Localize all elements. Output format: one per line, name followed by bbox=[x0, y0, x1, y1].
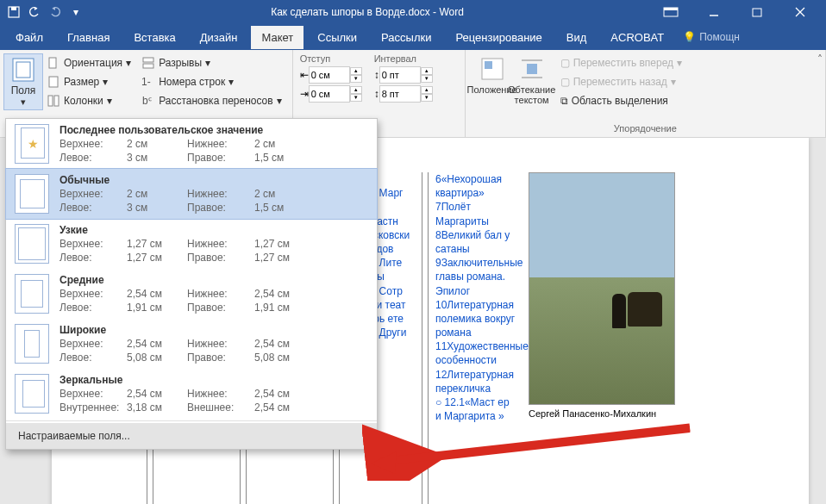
wrap-button[interactable]: Обтекание текстом bbox=[512, 53, 552, 110]
redo-icon[interactable] bbox=[47, 3, 64, 21]
tab-design[interactable]: Дизайн bbox=[190, 26, 248, 49]
bulb-icon: 💡 bbox=[683, 31, 696, 43]
window-title: Как сделать шпоры в Ворде.docx - Word bbox=[90, 6, 645, 18]
doc-image: Сергей Панасенко-Михалкин bbox=[523, 138, 679, 504]
margins-narrow[interactable]: Узкие Верхнее:1,27 смНижнее:1,27 см Лево… bbox=[6, 219, 377, 269]
spacing-after[interactable]: ↕▲▼ bbox=[374, 84, 433, 103]
svg-rect-12 bbox=[48, 96, 53, 106]
save-icon[interactable] bbox=[5, 3, 22, 21]
indent-right[interactable]: ⇥▲▼ bbox=[300, 84, 362, 103]
collapse-ribbon-icon[interactable]: ˄ bbox=[817, 53, 823, 65]
svg-rect-3 bbox=[664, 8, 678, 10]
tab-review[interactable]: Рецензирование bbox=[445, 26, 552, 49]
margins-dropdown: Последнее пользовательское значение Верх… bbox=[5, 118, 378, 450]
svg-text:1-: 1- bbox=[141, 76, 151, 88]
minimize-button[interactable] bbox=[697, 0, 731, 24]
tab-view[interactable]: Вид bbox=[556, 26, 598, 49]
spin-down[interactable]: ▼ bbox=[421, 75, 433, 83]
margins-wide[interactable]: Широкие Верхнее:2,54 смНижнее:2,54 см Ле… bbox=[6, 319, 377, 369]
close-button[interactable] bbox=[783, 0, 817, 24]
tab-insert[interactable]: Вставка bbox=[123, 26, 185, 49]
send-backward-button: ▢ Переместить назад ▾ bbox=[557, 72, 685, 91]
svg-rect-15 bbox=[143, 64, 153, 68]
columns-button[interactable]: Колонки ▾ bbox=[43, 91, 135, 110]
spacing-label: Интервал bbox=[374, 53, 433, 64]
margins-mirrored[interactable]: Зеркальные Верхнее:2,54 смНижнее:2,54 см… bbox=[6, 369, 377, 419]
svg-rect-11 bbox=[49, 77, 58, 87]
tab-layout[interactable]: Макет bbox=[251, 26, 303, 49]
ribbon-options-icon[interactable] bbox=[654, 0, 688, 24]
svg-rect-14 bbox=[143, 58, 153, 62]
spin-up[interactable]: ▲ bbox=[421, 67, 433, 75]
spin-up[interactable]: ▲ bbox=[350, 67, 362, 75]
qat-more-icon[interactable]: ▾ bbox=[67, 3, 84, 21]
spin-down[interactable]: ▼ bbox=[350, 75, 362, 83]
svg-rect-10 bbox=[49, 58, 56, 68]
indent-label: Отступ bbox=[300, 53, 362, 64]
margins-normal[interactable]: Обычные Верхнее:2 смНижнее:2 см Левое:3 … bbox=[5, 168, 378, 220]
svg-rect-1 bbox=[11, 7, 16, 10]
margins-custom[interactable]: Настраиваемые поля... bbox=[6, 423, 377, 449]
wrap-icon bbox=[518, 55, 546, 83]
arrange-group-label: Упорядочение bbox=[472, 123, 818, 135]
tab-acrobat[interactable]: ACROBAT bbox=[600, 26, 674, 49]
margins-preset-icon bbox=[15, 174, 49, 214]
svg-rect-19 bbox=[485, 61, 492, 69]
position-icon bbox=[479, 55, 506, 83]
svg-text:bᶜ: bᶜ bbox=[142, 95, 152, 107]
breaks-button[interactable]: Разрывы ▾ bbox=[138, 53, 285, 72]
margins-preset-icon bbox=[15, 224, 49, 264]
spin-down[interactable]: ▼ bbox=[350, 94, 362, 102]
svg-rect-20 bbox=[527, 64, 537, 74]
tell-me[interactable]: 💡Помощн bbox=[678, 31, 745, 43]
margins-button[interactable]: Поля▾ bbox=[3, 53, 43, 110]
bring-forward-button: ▢ Переместить вперед ▾ bbox=[557, 53, 685, 72]
margins-moderate[interactable]: Средние Верхнее:2,54 смНижнее:2,54 см Ле… bbox=[6, 269, 377, 319]
tab-mailings[interactable]: Рассылки bbox=[371, 26, 441, 49]
doc-col5: 6«Нехорошая квартира» 7Полёт Маргариты 8… bbox=[429, 138, 523, 504]
svg-rect-5 bbox=[753, 9, 761, 16]
indent-left[interactable]: ⇤▲▼ bbox=[300, 65, 362, 84]
margins-last[interactable]: Последнее пользовательское значение Верх… bbox=[6, 119, 377, 169]
linenumbers-button[interactable]: 1-Номера строк ▾ bbox=[138, 72, 285, 91]
indent-right-icon: ⇥ bbox=[300, 88, 309, 100]
margins-preset-icon bbox=[15, 124, 49, 164]
size-button[interactable]: Размер ▾ bbox=[43, 72, 135, 91]
undo-icon[interactable] bbox=[26, 3, 43, 21]
hyphenation-button[interactable]: bᶜРасстановка переносов ▾ bbox=[138, 91, 285, 110]
tab-home[interactable]: Главная bbox=[57, 26, 120, 49]
indent-left-icon: ⇤ bbox=[300, 69, 309, 81]
orientation-button[interactable]: Ориентация ▾ bbox=[43, 53, 135, 72]
spin-down[interactable]: ▼ bbox=[421, 94, 433, 102]
spacing-before[interactable]: ↕▲▼ bbox=[374, 65, 433, 84]
tab-file[interactable]: Файл bbox=[5, 26, 53, 49]
svg-rect-13 bbox=[54, 96, 59, 106]
margins-icon bbox=[9, 56, 37, 84]
selection-pane-button[interactable]: ⧉ Область выделения bbox=[557, 91, 685, 110]
margins-preset-icon bbox=[15, 274, 49, 314]
spin-up[interactable]: ▲ bbox=[421, 86, 433, 94]
margins-preset-icon bbox=[15, 374, 49, 414]
tab-references[interactable]: Ссылки bbox=[307, 26, 367, 49]
margins-preset-icon bbox=[15, 324, 49, 364]
position-button[interactable]: Положение bbox=[472, 53, 512, 110]
maximize-button[interactable] bbox=[740, 0, 774, 24]
spin-up[interactable]: ▲ bbox=[350, 86, 362, 94]
